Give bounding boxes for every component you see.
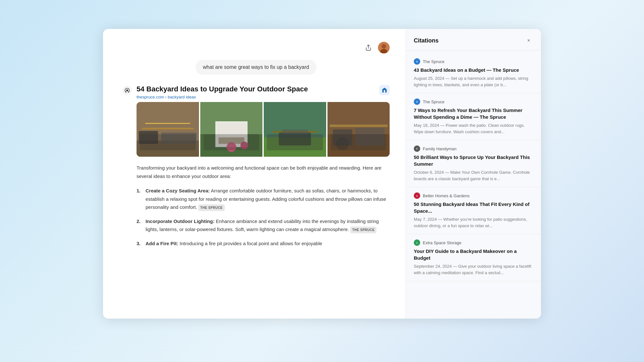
svg-rect-22 — [279, 133, 311, 145]
list-bold: Incorporate Outdoor Lighting: — [146, 218, 214, 224]
svg-text:B: B — [416, 195, 418, 197]
citation-link: 43 Backyard Ideas on a Budget — The Spru… — [414, 67, 533, 73]
svg-rect-26 — [333, 129, 352, 145]
avatar[interactable] — [378, 42, 390, 53]
svg-rect-27 — [355, 128, 384, 145]
user-message-area: what are some great ways to fix up a bac… — [122, 60, 390, 75]
citation-link: 7 Ways to Refresh Your Backyard This Sum… — [414, 107, 533, 120]
svg-rect-16 — [218, 137, 244, 144]
result-list: 1. Create a Cozy Seating Area: Arrange c… — [137, 187, 390, 247]
citation-source: F Family Handyman — [414, 145, 533, 152]
citation-snippet: September 24, 2024 — Give your outdoor l… — [414, 263, 533, 276]
svg-text:E: E — [416, 242, 418, 244]
list-content: Create a Cozy Seating Area: Arrange comf… — [146, 187, 390, 211]
result-header: 54 Backyard Ideas to Upgrade Your Outdoo… — [122, 85, 390, 99]
citation-tag[interactable]: THE SPRUCE — [350, 227, 376, 233]
list-number: 3. — [137, 239, 143, 248]
svg-rect-15 — [217, 123, 246, 145]
list-item: 1. Create a Cozy Seating Area: Arrange c… — [137, 187, 390, 211]
citation-item[interactable]: S The Spruce 43 Backyard Ideas on a Budg… — [406, 53, 541, 93]
svg-rect-8 — [142, 128, 194, 129]
citation-link: Your DIY Guide to a Backyard Makeover on… — [414, 248, 533, 261]
svg-rect-7 — [137, 141, 199, 157]
citation-snippet: October 6, 2024 — Make Your Own Cornhole… — [414, 169, 533, 182]
citation-item[interactable]: S The Spruce 7 Ways to Refresh Your Back… — [406, 93, 541, 140]
svg-text:S: S — [416, 60, 418, 63]
main-container: what are some great ways to fix up a bac… — [103, 29, 541, 319]
citation-link: 50 Brilliant Ways to Spruce Up Your Back… — [414, 154, 533, 167]
top-bar — [122, 42, 390, 53]
citations-header: Citations × — [406, 29, 541, 51]
svg-point-18 — [240, 142, 248, 149]
citation-snippet: May 18, 2024 — Power wash the patio. Cle… — [414, 122, 533, 135]
source-name: Better Homes & Gardens — [423, 193, 469, 198]
citation-item[interactable]: F Family Handyman 50 Brilliant Ways to S… — [406, 140, 541, 187]
bookmark-button[interactable] — [379, 85, 390, 95]
list-number: 2. — [137, 217, 143, 234]
svg-point-2 — [382, 44, 386, 49]
source-name: The Spruce — [423, 99, 444, 104]
result-title: 54 Backyard Ideas to Upgrade Your Outdoo… — [137, 85, 375, 93]
backyard-image-3 — [264, 102, 326, 157]
citation-item[interactable]: E Extra Space Storage Your DIY Guide to … — [406, 234, 541, 281]
citation-item[interactable]: B Better Homes & Gardens 50 Stunning Bac… — [406, 187, 541, 234]
user-bubble: what are some great ways to fix up a bac… — [196, 60, 316, 75]
citation-source: S The Spruce — [414, 58, 533, 65]
chatgpt-icon — [122, 86, 132, 95]
citations-panel: Citations × S The Spruce 43 Backyard Ide… — [406, 29, 541, 319]
backyard-image-1 — [137, 102, 199, 157]
svg-rect-28 — [329, 125, 387, 127]
svg-rect-9 — [139, 131, 158, 144]
citation-tag[interactable]: THE SPRUCE — [198, 204, 224, 211]
svg-text:S: S — [416, 101, 418, 103]
source-name: Extra Space Storage — [423, 240, 461, 245]
source-name: Family Handyman — [423, 146, 457, 151]
source-icon: F — [414, 145, 420, 152]
list-content: Add a Fire Pit: Introducing a fire pit p… — [146, 239, 322, 248]
result-body-text: Transforming your backyard into a welcom… — [137, 164, 390, 180]
result-breadcrumb[interactable]: thespruce.com › backyard ideas — [137, 95, 375, 99]
source-icon: B — [414, 192, 420, 199]
backyard-image-2 — [200, 102, 263, 157]
svg-point-29 — [336, 137, 349, 150]
close-button[interactable]: × — [524, 36, 533, 45]
citations-title: Citations — [414, 37, 439, 44]
citation-snippet: August 25, 2024 — Set up a hammock and a… — [414, 75, 533, 88]
source-icon: S — [414, 98, 420, 105]
svg-rect-25 — [327, 134, 390, 157]
citation-source: E Extra Space Storage — [414, 239, 533, 246]
source-name: The Spruce — [423, 59, 444, 64]
list-bold: Create a Cozy Seating Area: — [146, 188, 210, 193]
left-panel: what are some great ways to fix up a bac… — [103, 29, 406, 319]
citations-list: S The Spruce 43 Backyard Ideas on a Budg… — [406, 51, 541, 319]
source-icon: E — [414, 239, 420, 246]
svg-rect-10 — [161, 133, 197, 144]
citation-link: 50 Stunning Backyard Ideas That Fit Ever… — [414, 201, 533, 214]
svg-point-5 — [126, 89, 128, 91]
share-button[interactable] — [363, 42, 374, 53]
list-item: 3. Add a Fire Pit: Introducing a fire pi… — [137, 239, 390, 248]
svg-text:F: F — [416, 148, 418, 150]
list-bold: Add a Fire Pit: — [146, 241, 178, 246]
list-content: Incorporate Outdoor Lighting: Enhance am… — [146, 217, 390, 234]
citation-source: S The Spruce — [414, 98, 533, 105]
result-title-area: 54 Backyard Ideas to Upgrade Your Outdoo… — [137, 85, 375, 99]
list-item: 2. Incorporate Outdoor Lighting: Enhance… — [137, 217, 390, 234]
svg-rect-23 — [282, 129, 308, 134]
source-icon: S — [414, 58, 420, 65]
citation-snippet: May 7, 2024 — Whether you're looking for… — [414, 216, 533, 229]
svg-rect-20 — [264, 137, 326, 157]
list-number: 1. — [137, 187, 143, 211]
svg-rect-11 — [145, 123, 190, 124]
citation-source: B Better Homes & Gardens — [414, 192, 533, 199]
backyard-image-4 — [327, 102, 390, 157]
user-message-text: what are some great ways to fix up a bac… — [203, 64, 309, 70]
image-grid — [137, 102, 390, 157]
svg-rect-13 — [200, 134, 263, 157]
svg-point-17 — [226, 142, 236, 152]
list-text: Introducing a fire pit provides a focal … — [178, 241, 322, 246]
